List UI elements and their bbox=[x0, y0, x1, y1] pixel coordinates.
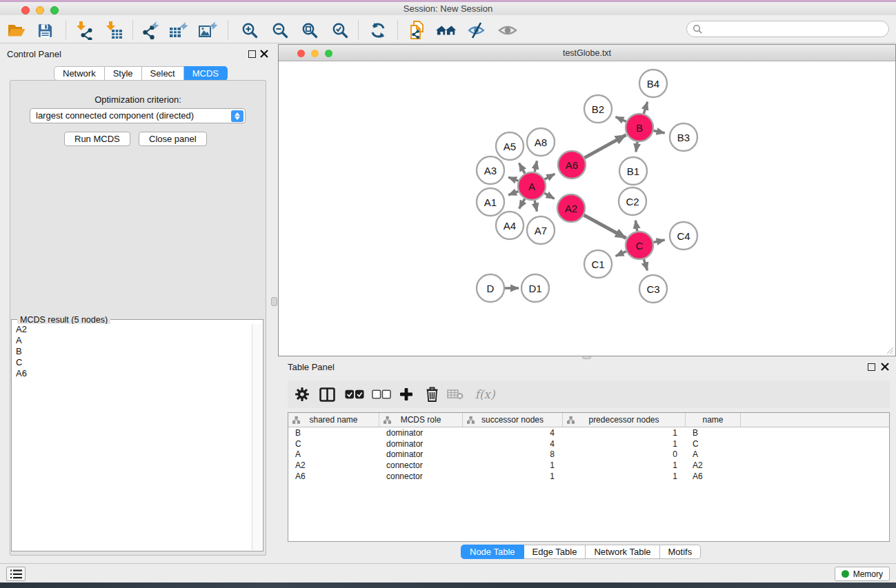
graph-node-A1[interactable]: A1 bbox=[477, 188, 504, 216]
tab-mcds[interactable]: MCDS bbox=[184, 66, 228, 81]
close-window-button[interactable] bbox=[21, 6, 30, 14]
tab-network-table[interactable]: Network Table bbox=[586, 545, 659, 559]
network-canvas[interactable]: AA1A2A3A4A5A6A7A8BB1B2B3B4CC1C2C3C4DD1 bbox=[279, 61, 895, 356]
table-panel-float-icon[interactable] bbox=[868, 363, 875, 371]
graph-edge-A2-C[interactable] bbox=[584, 215, 626, 238]
import-table-icon[interactable] bbox=[103, 21, 123, 40]
open-file-icon[interactable] bbox=[6, 21, 26, 40]
table-row[interactable]: A6connector11A6 bbox=[288, 471, 889, 482]
mcds-result-scrollbar[interactable] bbox=[252, 324, 262, 550]
refresh-icon[interactable] bbox=[368, 21, 388, 40]
graph-edge-B-B4[interactable] bbox=[644, 102, 647, 114]
mcds-result-item[interactable]: A bbox=[12, 335, 252, 346]
split-view-icon[interactable] bbox=[317, 385, 337, 403]
tab-network[interactable]: Network bbox=[54, 66, 105, 81]
graph-node-A7[interactable]: A7 bbox=[527, 216, 555, 244]
network-window-titlebar[interactable]: testGlobe.txt bbox=[279, 45, 895, 61]
graph-node-D1[interactable]: D1 bbox=[521, 274, 549, 302]
graph-node-A8[interactable]: A8 bbox=[527, 128, 555, 156]
graph-edge-A-A5[interactable] bbox=[519, 163, 525, 174]
graph-node-A2[interactable]: A2 bbox=[557, 194, 585, 222]
graph-edge-C-C3[interactable] bbox=[644, 259, 647, 270]
search-input[interactable] bbox=[706, 24, 879, 34]
graph-node-C2[interactable]: C2 bbox=[619, 187, 646, 215]
graph-node-B1[interactable]: B1 bbox=[619, 157, 647, 185]
graph-edge-C-C4[interactable] bbox=[654, 240, 665, 243]
table-panel-close-icon[interactable] bbox=[881, 363, 889, 371]
graph-node-A3[interactable]: A3 bbox=[477, 156, 504, 184]
graph-node-C[interactable]: C bbox=[626, 232, 653, 259]
tab-edge-table[interactable]: Edge Table bbox=[524, 545, 586, 559]
graph-edge-C-C2[interactable] bbox=[635, 221, 637, 232]
graph-node-A4[interactable]: A4 bbox=[496, 212, 524, 239]
run-mcds-button[interactable]: Run MCDS bbox=[64, 132, 130, 146]
control-panel-close-icon[interactable] bbox=[260, 50, 268, 58]
save-session-icon[interactable] bbox=[34, 21, 55, 40]
control-panel-float-icon[interactable] bbox=[248, 50, 256, 58]
function-builder-icon[interactable]: f(x) bbox=[471, 385, 499, 403]
graph-edge-A-A2[interactable] bbox=[544, 193, 554, 199]
graph-edge-A-A3[interactable] bbox=[508, 177, 518, 181]
new-session-from-network-icon[interactable] bbox=[407, 21, 428, 40]
minimize-window-button[interactable] bbox=[36, 6, 44, 14]
column-header-successor-nodes[interactable]: successor nodes bbox=[463, 413, 563, 427]
zoom-selected-icon[interactable] bbox=[330, 21, 350, 40]
column-header-shared-name[interactable]: shared name bbox=[288, 413, 379, 427]
graph-node-B2[interactable]: B2 bbox=[584, 95, 612, 123]
network-close-button[interactable] bbox=[297, 50, 305, 57]
graph-edge-A-A7[interactable] bbox=[535, 201, 537, 212]
column-header-name[interactable]: name bbox=[686, 413, 741, 427]
graph-node-C3[interactable]: C3 bbox=[639, 275, 667, 303]
table-row[interactable]: Adominator80A bbox=[288, 449, 889, 460]
delete-table-icon[interactable] bbox=[446, 385, 465, 403]
zoom-window-button[interactable] bbox=[50, 6, 59, 14]
table-row[interactable]: Cdominator41C bbox=[288, 438, 889, 449]
mcds-result-item[interactable]: A2 bbox=[12, 324, 252, 335]
close-panel-button[interactable]: Close panel bbox=[139, 132, 207, 146]
zoom-in-icon[interactable] bbox=[239, 21, 260, 40]
graph-node-B3[interactable]: B3 bbox=[670, 123, 697, 151]
mcds-result-item[interactable]: A6 bbox=[12, 368, 252, 379]
delete-column-trash-icon[interactable] bbox=[422, 385, 441, 403]
graph-edge-B-B2[interactable] bbox=[616, 116, 626, 121]
mcds-result-item[interactable]: C bbox=[12, 357, 252, 368]
select-all-checkboxes-icon[interactable] bbox=[345, 385, 364, 403]
graph-edge-C-C1[interactable] bbox=[616, 252, 626, 256]
graph-edge-A-A1[interactable] bbox=[508, 192, 518, 195]
graph-node-C4[interactable]: C4 bbox=[670, 222, 697, 250]
zoom-out-icon[interactable] bbox=[270, 21, 290, 40]
tab-style[interactable]: Style bbox=[105, 66, 142, 81]
graph-node-A[interactable]: A bbox=[518, 172, 546, 200]
graph-node-A5[interactable]: A5 bbox=[496, 132, 524, 160]
show-hide-panel-eye-icon[interactable] bbox=[497, 21, 518, 40]
tab-motifs[interactable]: Motifs bbox=[660, 545, 701, 559]
network-minimize-button[interactable] bbox=[311, 50, 319, 57]
mcds-result-item[interactable]: B bbox=[12, 346, 252, 357]
graph-edge-A6-B[interactable] bbox=[584, 135, 626, 158]
import-network-icon[interactable] bbox=[73, 21, 94, 40]
tab-node-table[interactable]: Node Table bbox=[461, 545, 524, 559]
tab-select[interactable]: Select bbox=[142, 66, 184, 81]
graph-edge-B-B1[interactable] bbox=[636, 142, 637, 152]
graph-edge-B-B3[interactable] bbox=[654, 130, 665, 133]
window-resize-grip[interactable] bbox=[886, 346, 894, 354]
toggle-graphics-details-icon[interactable] bbox=[466, 21, 487, 40]
export-table-icon[interactable] bbox=[168, 21, 189, 40]
table-row[interactable]: Bdominator41B bbox=[288, 427, 889, 438]
network-zoom-button[interactable] bbox=[325, 50, 332, 57]
task-history-button[interactable] bbox=[6, 567, 26, 581]
table-settings-gear-icon[interactable] bbox=[292, 385, 312, 403]
titlebar[interactable]: Session: New Session bbox=[0, 2, 896, 15]
export-image-icon[interactable] bbox=[198, 21, 219, 40]
table-row[interactable]: A2connector11A2 bbox=[288, 460, 889, 471]
graph-node-B4[interactable]: B4 bbox=[639, 70, 667, 97]
graph-node-D[interactable]: D bbox=[477, 274, 504, 302]
add-column-plus-icon[interactable] bbox=[397, 385, 416, 403]
graph-node-C1[interactable]: C1 bbox=[584, 250, 612, 278]
graph-edge-A-A4[interactable] bbox=[519, 199, 525, 208]
memory-button[interactable]: Memory bbox=[835, 567, 890, 581]
column-header-mcds-role[interactable]: MCDS role bbox=[379, 413, 463, 427]
column-header-predecessor-nodes[interactable]: predecessor nodes bbox=[563, 413, 686, 427]
export-network-icon[interactable] bbox=[140, 21, 161, 40]
network-view-window[interactable]: testGlobe.txt AA1A2A3A4A5A6A7A8BB1B2B3B4… bbox=[278, 44, 896, 356]
